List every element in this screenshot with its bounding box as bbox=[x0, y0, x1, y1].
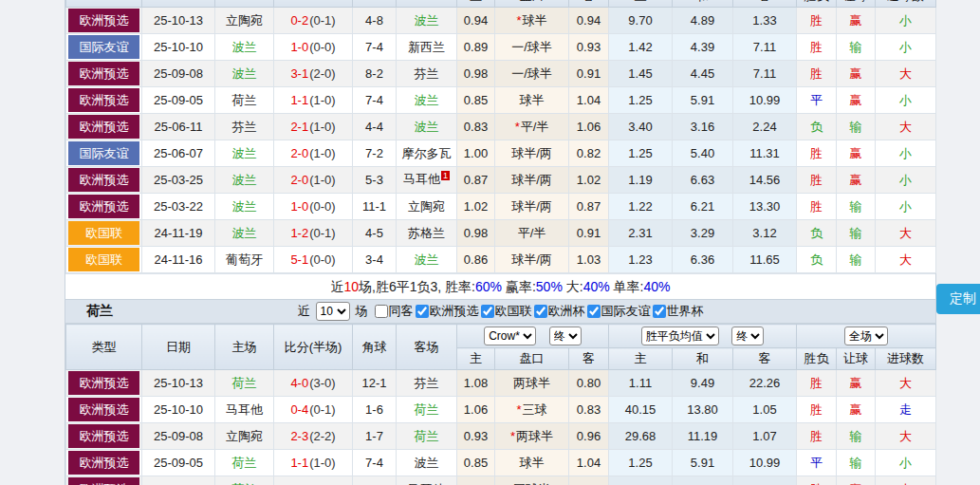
away-team-name: 芬兰 bbox=[415, 376, 439, 390]
filter-checkbox[interactable]: 欧洲预选 bbox=[416, 303, 479, 320]
away-team: 芬兰 bbox=[397, 61, 457, 87]
result-handicap: 输 bbox=[837, 114, 876, 140]
filter-checkbox[interactable]: 欧国联 bbox=[481, 303, 532, 320]
checkbox-label: 欧洲杯 bbox=[548, 303, 585, 320]
result-handicap: 赢 bbox=[837, 140, 876, 167]
handicap-text: 球半/两 bbox=[511, 146, 552, 160]
avg-odds-stage-select[interactable]: 终 bbox=[731, 326, 764, 345]
eu-away-odds: 11.65 bbox=[733, 247, 797, 273]
away-team: 新西兰 bbox=[397, 34, 457, 61]
summary-segment: 单率: bbox=[610, 279, 644, 294]
customize-button[interactable]: 定制 bbox=[936, 284, 980, 314]
handicap-line: 球半 bbox=[495, 87, 569, 114]
result-winlose: 胜 bbox=[797, 476, 837, 485]
filter-checkbox[interactable]: 同客 bbox=[375, 303, 414, 320]
filter-checkbox[interactable]: 国际友谊 bbox=[587, 303, 651, 320]
match-score: 4-0(3-0) bbox=[274, 370, 353, 397]
away-team: 苏格兰 bbox=[397, 220, 457, 247]
match-score: 2-1(1-0) bbox=[274, 114, 353, 140]
matches-count-select[interactable]: 10 bbox=[316, 302, 350, 321]
match-score: 1-2(0-1) bbox=[274, 220, 353, 247]
odds-selector-row: 类型 日期 主场 比分(半场) 角球 客场 Crow* 终 胜平负均值 终 全场 bbox=[66, 325, 936, 348]
result-handicap: 输 bbox=[837, 34, 876, 61]
col-header-winlose: 胜负 bbox=[797, 348, 837, 370]
result-winlose: 平 bbox=[797, 450, 837, 476]
home-team-name: 波兰 bbox=[232, 40, 257, 54]
odds-company-stage-select[interactable]: 终 bbox=[549, 326, 582, 345]
checkbox-input[interactable] bbox=[416, 305, 429, 318]
corner-score: 6-2 bbox=[353, 476, 397, 485]
match-date: 25-09-05 bbox=[142, 450, 215, 476]
checkbox-input[interactable] bbox=[587, 305, 601, 318]
home-team-name: 立陶宛 bbox=[226, 429, 263, 443]
half-time-score: (0-1) bbox=[309, 13, 335, 28]
handicap-line: *三球 bbox=[495, 397, 569, 423]
half-time-score: (1-0) bbox=[309, 456, 335, 470]
away-team: 摩尔多瓦 bbox=[397, 140, 457, 167]
eu-home-odds: 1.45 bbox=[609, 61, 673, 87]
odds-company-select[interactable]: Crow* bbox=[484, 326, 536, 345]
eu-away-odds: 14.56 bbox=[733, 167, 797, 194]
away-team: 荷兰 bbox=[397, 423, 457, 450]
eu-home-odds: 1.23 bbox=[609, 247, 673, 273]
col-header-date: 日期 bbox=[142, 325, 215, 370]
ah-away-odds: 0.91 bbox=[569, 220, 609, 247]
league-badge: 国际友谊 bbox=[68, 141, 139, 165]
away-team: 波兰 bbox=[397, 247, 457, 273]
ah-away-odds: 0.87 bbox=[569, 194, 609, 220]
home-team: 波兰 bbox=[215, 167, 274, 194]
league-badge: 欧国联 bbox=[68, 248, 139, 271]
match-score: 1-1(1-0) bbox=[274, 450, 353, 476]
match-row: 欧国联 24-11-16 葡萄牙 5-1(0-0) 3-4 波兰 0.86 球半… bbox=[66, 247, 936, 273]
half-time-score: (0-0) bbox=[309, 40, 335, 54]
filter-checkbox[interactable]: 欧洲杯 bbox=[534, 303, 585, 320]
summary-segment: 赢率: bbox=[502, 279, 536, 294]
avg-odds-select[interactable]: 胜平负均值 bbox=[641, 326, 719, 345]
checkbox-input[interactable] bbox=[653, 305, 666, 318]
near-label: 近 bbox=[298, 303, 310, 320]
half-time-score: (1-0) bbox=[309, 120, 335, 134]
result-goals: 小 bbox=[876, 167, 936, 194]
eu-away-odds: 1.05 bbox=[733, 397, 797, 423]
match-date: 25-10-10 bbox=[142, 34, 215, 61]
league-filter-checkboxes: 同客欧洲预选欧国联欧洲杯国际友谊世界杯 bbox=[375, 303, 704, 320]
filter-checkbox[interactable]: 世界杯 bbox=[653, 303, 704, 320]
checkbox-input[interactable] bbox=[534, 305, 547, 318]
away-team-name: 马耳他 bbox=[403, 173, 440, 187]
match-scope-select[interactable]: 全场 bbox=[844, 326, 888, 345]
checkbox-label: 欧国联 bbox=[495, 303, 532, 320]
full-time-score: 2-1 bbox=[290, 120, 308, 134]
match-date: 25-09-08 bbox=[142, 61, 215, 87]
section-title: 荷兰 bbox=[86, 303, 113, 320]
eu-away-odds: 3.12 bbox=[733, 220, 797, 247]
half-time-score: (1-0) bbox=[309, 93, 335, 107]
ah-home-odds: 0.90 bbox=[457, 476, 495, 485]
eu-home-odds: 3.40 bbox=[609, 114, 673, 140]
handicap-text: 平/半 bbox=[521, 120, 549, 134]
handicap-text: 球半/两 bbox=[511, 173, 552, 187]
col-header-eu-draw: 和 bbox=[673, 348, 733, 370]
result-handicap: 输 bbox=[837, 220, 876, 247]
checkbox-input[interactable] bbox=[481, 305, 494, 318]
match-date: 25-09-05 bbox=[142, 87, 215, 114]
eu-home-odds: 1.02 bbox=[609, 476, 673, 485]
ah-away-odds: 1.03 bbox=[569, 247, 609, 273]
col-header-goals: 进球数 bbox=[876, 0, 936, 8]
ah-home-odds: 1.06 bbox=[457, 397, 495, 423]
eu-draw-odds: 4.39 bbox=[673, 34, 733, 61]
handicap-line: 平/半 bbox=[495, 220, 569, 247]
col-header-ah-home: 主 bbox=[457, 348, 495, 370]
checkbox-input[interactable] bbox=[375, 305, 388, 318]
away-team: 荷兰 bbox=[397, 397, 457, 423]
col-header-corner: 角球 bbox=[353, 325, 397, 370]
ah-away-odds: 0.94 bbox=[569, 8, 609, 34]
home-team: 波兰 bbox=[215, 194, 274, 220]
eu-draw-odds: 5.40 bbox=[673, 140, 733, 167]
result-goals: 大 bbox=[876, 370, 936, 397]
corner-score: 1-6 bbox=[353, 397, 397, 423]
eu-home-odds: 1.22 bbox=[609, 194, 673, 220]
match-score: 3-1(2-0) bbox=[274, 61, 353, 87]
handicap-line: 球半/两 bbox=[495, 247, 569, 273]
games-label: 场 bbox=[356, 303, 368, 320]
away-team-name: 荷兰 bbox=[415, 402, 439, 417]
